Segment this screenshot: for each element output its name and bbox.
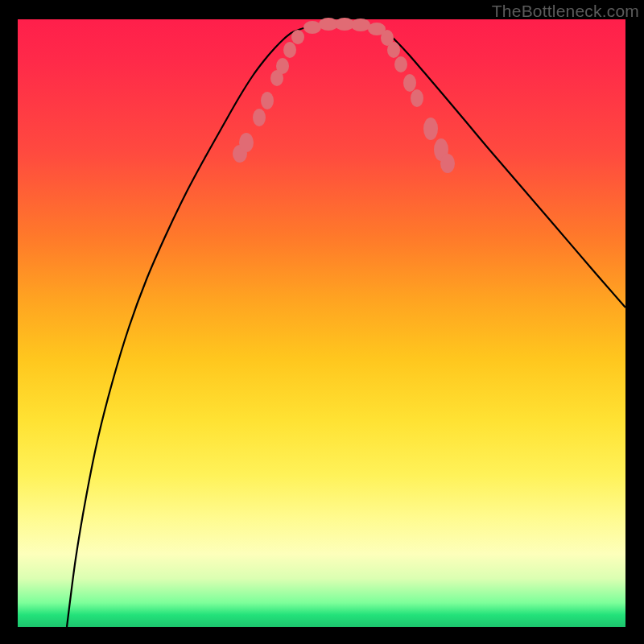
watermark-text: TheBottleneck.com (492, 2, 639, 21)
gradient-plot-area (18, 19, 625, 627)
